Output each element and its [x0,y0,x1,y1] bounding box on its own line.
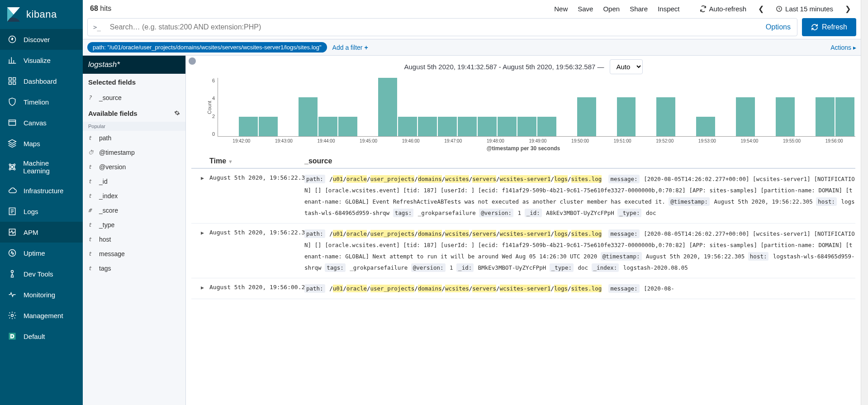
sidebar-item-logs[interactable]: Logs [0,201,83,222]
refresh-button[interactable]: Refresh [802,18,856,36]
x-axis-ticks: 19:42:0019:43:0019:44:0019:45:0019:46:00… [205,138,855,143]
field-type-icon: t [88,265,95,272]
nav-label: Management [24,312,63,319]
sidebar-item-uptime[interactable]: Uptime [0,243,83,263]
inspect-link[interactable]: Inspect [658,5,679,13]
expand-row-toggle[interactable]: ▸ [195,283,209,291]
sidebar-item-visualize[interactable]: Visualize [0,50,83,71]
sidebar-item-dev-tools[interactable]: Dev Tools [0,263,83,284]
index-pattern-title[interactable]: logstash* [83,56,185,74]
time-next-button[interactable]: ❯ [843,5,853,13]
collapse-fields-button[interactable] [189,57,196,65]
histogram-bar[interactable] [239,117,258,136]
histogram-bar[interactable] [478,117,497,136]
grid-icon [7,76,17,86]
histogram-bar[interactable] [736,97,755,136]
sidebar-item-default[interactable]: DDefault [0,326,83,347]
field-score[interactable]: #_score [83,203,185,218]
search-options-link[interactable]: Options [759,19,797,36]
histogram-bar[interactable] [656,97,675,136]
apm-icon [7,227,17,237]
field-path[interactable]: tpath [83,131,185,145]
field-id[interactable]: t_id [83,174,185,189]
open-link[interactable]: Open [603,5,620,13]
field-version[interactable]: t@version [83,160,185,174]
vertical-scrollbar[interactable] [861,0,868,405]
fields-settings-icon[interactable] [174,110,180,117]
histogram-bar[interactable] [299,97,318,136]
new-link[interactable]: New [554,5,568,13]
histogram-bar[interactable] [617,97,636,136]
auto-refresh-toggle[interactable]: Auto-refresh [700,5,747,13]
sidebar-item-apm[interactable]: APM [0,222,83,243]
logo-text: kibana [26,9,57,20]
field-type[interactable]: t_type [83,218,185,232]
logo[interactable]: kibana [0,0,83,29]
compass-icon [7,34,17,44]
histogram-bar[interactable] [438,117,457,136]
sidebar-item-maps[interactable]: Maps [0,133,83,154]
histogram-bar[interactable] [458,117,477,136]
y-axis-ticks: 6420 [212,78,218,137]
expand-row-toggle[interactable]: ▸ [195,173,209,181]
histogram-bar[interactable] [816,97,835,136]
histogram-bar[interactable] [378,78,397,136]
histogram-bar[interactable] [537,117,556,136]
field-name: _source [99,94,122,101]
interval-select[interactable]: Auto [610,59,643,74]
refresh-icon [700,5,707,12]
field-type-icon: # [88,207,95,214]
histogram-bar[interactable] [498,117,517,136]
field-tags[interactable]: ttags [83,261,185,276]
time-prev-button[interactable]: ❮ [756,5,766,13]
save-link[interactable]: Save [578,5,593,13]
filter-pill-path[interactable]: path: "/u01/oracle/user_projects/domains… [87,42,327,52]
field-host[interactable]: thost [83,232,185,247]
sidebar-item-discover[interactable]: Discover [0,29,83,50]
doc-row: ▸ August 5th 2020, 19:56:00.203 path: /u… [191,278,855,299]
histogram-bar[interactable] [318,117,337,136]
shield-icon [7,97,17,107]
svg-point-7 [14,164,15,165]
field-index[interactable]: t_index [83,189,185,203]
histogram-bar[interactable] [398,117,417,136]
field-type-icon: t [88,164,95,170]
svg-point-8 [9,168,10,170]
sidebar-item-monitoring[interactable]: Monitoring [0,284,83,305]
column-source-header[interactable]: _source [304,157,855,165]
search-input[interactable] [106,19,759,36]
time-range-picker[interactable]: Last 15 minutes [776,5,833,13]
svg-text:D: D [10,333,14,339]
histogram-bar[interactable] [577,97,596,136]
filter-actions-link[interactable]: Actions ▸ [830,44,856,51]
wrench-icon [7,269,17,279]
histogram-bar[interactable] [517,117,536,136]
histogram-chart: Count 6420 [205,78,855,137]
field-message[interactable]: tmessage [83,247,185,261]
sidebar-item-machine-learning[interactable]: Machine Learning [0,154,83,180]
hits-count: 68 hits [87,3,114,14]
histogram-bar[interactable] [835,97,854,136]
add-filter-link[interactable]: Add a filter + [332,44,368,51]
histogram-bar[interactable] [338,117,357,136]
field-timestamp[interactable]: ⏱@timestamp [83,145,185,160]
histogram-bar[interactable] [696,117,715,136]
sidebar-item-canvas[interactable]: Canvas [0,112,83,133]
share-link[interactable]: Share [630,5,648,13]
histogram-bar[interactable] [259,117,278,136]
sidebar-item-management[interactable]: Management [0,305,83,326]
histogram-bar[interactable] [418,117,437,136]
expand-row-toggle[interactable]: ▸ [195,228,209,236]
nav-label: APM [24,229,38,236]
sidebar-item-dashboard[interactable]: Dashboard [0,71,83,91]
sidebar-item-infrastructure[interactable]: Infrastructure [0,180,83,201]
field-type-icon: t [88,251,95,257]
plus-icon: + [365,44,368,51]
sidebar-item-timelion[interactable]: Timelion [0,91,83,112]
svg-rect-5 [9,120,16,125]
field-source[interactable]: ?_source [83,91,185,105]
histogram-bar[interactable] [776,97,795,136]
chart-bars[interactable] [218,78,855,137]
heartbeat-icon [7,290,17,300]
column-time-header[interactable]: Time▼ [209,157,304,165]
